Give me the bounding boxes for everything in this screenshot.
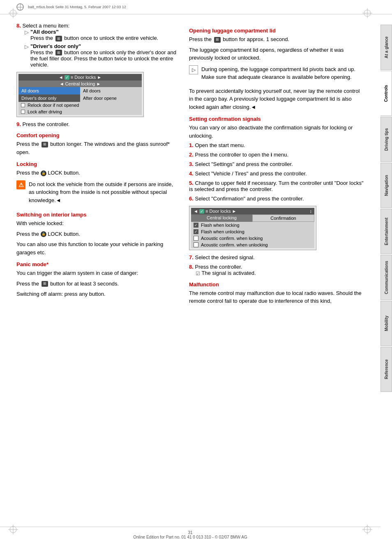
tab-driving-tips[interactable]: Driving tips [380, 117, 392, 162]
check-acoustic-unlocking: Acoustic confirm. when unlocking [191, 242, 314, 248]
conf-step-4-text: Select "Vehicle / Tires" and press the c… [195, 170, 307, 177]
checkbox-acoustic-locking [194, 236, 198, 241]
check-flash-locking-label: Flash when locking [201, 223, 240, 228]
mockup-checkbox-lock-after [21, 110, 25, 114]
mockup-col-all-doors: All doors [18, 87, 80, 94]
main-content: 8. Select a menu item: ▷ "All doors" Pre… [0, 14, 380, 316]
panic-mode-title: Panic mode* [16, 261, 177, 267]
check-flash-locking: ✓ Flash when locking [191, 222, 314, 228]
locking-text1: Press the 🔒 LOCK button. [16, 169, 177, 177]
tab-navigation[interactable]: Navigation [380, 163, 392, 208]
conf-step-1: 1. Open the start menu. [189, 142, 364, 148]
checkbox-flash-locking: ✓ [194, 223, 198, 228]
signal-activated-text: ☑ The signal is activated. [196, 270, 256, 276]
check-acoustic-locking-label: Acoustic confirm. when locking [201, 236, 263, 241]
panic-mode-text3: Switching off alarm: press any button. [16, 290, 177, 298]
mockup-col-drivers-door: Driver's door only [18, 94, 80, 102]
item-8-num: 8. [16, 23, 21, 29]
switching-lamps-text2: Press the 🔒 LOCK button. [16, 230, 177, 238]
check-flash-unlocking: ✓ Flash when unlocking [191, 228, 314, 235]
conf-step-7-num: 7. [189, 254, 194, 260]
left-column: 8. Select a menu item: ▷ "All doors" Pre… [16, 23, 177, 308]
conf-step-6-text: Select "Confirmation" and press the cont… [195, 196, 304, 202]
mockup-sub-text-1: ◄ Central locking ► [60, 81, 101, 86]
mockup2-header: ◄ ✓ ≡ Door locks ► ↕ [191, 208, 314, 214]
remote-icon-2 [55, 50, 62, 55]
mockup2-header-right: ↕ [310, 209, 312, 214]
remote-icon-1 [55, 36, 62, 41]
lock-icon-inline: 🔒 [41, 170, 46, 176]
setting-confirmation-text1: You can vary or also deactivate the conf… [189, 124, 364, 140]
warning-box: ⚠ Do not lock the vehicle from the outsi… [16, 180, 177, 207]
switching-lamps-text1: With vehicle locked: [16, 219, 177, 228]
mockup-col-after-door: After door opene [80, 94, 142, 102]
mockup-lock-after-label: Lock after driving [28, 109, 62, 114]
conf-step-7: 7. Select the desired signal. [189, 254, 364, 260]
conf-step-1-text: Open the start menu. [195, 142, 245, 148]
conf-step-4-num: 4. [189, 170, 194, 177]
side-tabs: At a glance Controls Driving tips Naviga… [380, 25, 392, 392]
panic-mode-text1: You can trigger the alarm system in case… [16, 269, 177, 277]
conf-step-5-text: Change to upper field if necessary. Turn… [189, 180, 364, 192]
conf-step-2-text: Press the controller to open the i menu. [195, 152, 288, 158]
switching-lamps-title: Switching on interior lamps [16, 212, 177, 218]
page-footer: 31 Online Edition for Part no. 01 41 0 0… [0, 527, 380, 543]
mockup-sub-1: ◄ Central locking ► [18, 81, 142, 87]
malfunction-title: Malfunction [189, 281, 364, 288]
corner-top-right [362, 8, 372, 18]
tab-controls[interactable]: Controls [380, 71, 392, 116]
note-box: ▷ During opening, the luggage compartmen… [189, 65, 364, 84]
subitem-drivers-label: "Driver's door only" [30, 43, 81, 49]
tab-entertainment[interactable]: Entertainment [380, 209, 392, 254]
opening-lid-text1: Press the button for approx. 1 second. [189, 35, 364, 44]
tab-central-locking: Central locking [191, 214, 252, 222]
lock-circle-2: 🔒 [41, 231, 46, 237]
ui-mockup-confirmation: ◄ ✓ ≡ Door locks ► ↕ Central locking Con… [189, 206, 316, 250]
item-8: 8. Select a menu item: ▷ "All doors" Pre… [16, 23, 177, 68]
right-column: Opening luggage compartment lid Press th… [189, 23, 364, 308]
corner-top-left [8, 8, 18, 18]
subitem-all-doors-label: "All doors" [30, 29, 59, 35]
switching-lamps-text3: You can also use this function to locate… [16, 240, 177, 256]
lock-circle: 🔒 [41, 170, 46, 176]
mockup-relock-label: Relock door if not opened [28, 103, 79, 108]
item-9-text: Press the controller. [22, 121, 69, 127]
mockup-relock-row: Relock door if not opened [18, 102, 142, 108]
mockup-col-all-doors-right: All doors [80, 87, 142, 94]
comfort-opening-title: Comfort opening [16, 132, 177, 138]
note-text: During opening, the luggage compartment … [201, 65, 364, 81]
panic-mode-text2: Press the button for at least 3 seconds. [16, 280, 177, 288]
opening-lid-title: Opening luggage compartment lid [189, 28, 364, 34]
item-9-num: 9. [16, 121, 21, 127]
tab-mobility[interactable]: Mobility [380, 301, 392, 346]
tab-at-a-glance[interactable]: At a glance [380, 25, 392, 70]
lock-icon-inline-2: 🔒 [41, 231, 46, 237]
tab-communications[interactable]: Communications [380, 255, 392, 300]
opening-lid-text2: The luggage compartment lid opens, regar… [189, 46, 364, 62]
header-file-info: ba8_m5us.book Seite 31 Montag, 5. Februa… [28, 5, 126, 9]
subitem-drivers-desc: Press the button once to unlock only the… [30, 49, 176, 68]
mockup-body-1: All doors All doors Driver's door only A… [18, 87, 142, 115]
setting-confirmation-title: Setting confirmation signals [189, 116, 364, 122]
check-flash-unlocking-label: Flash when unlocking [201, 229, 244, 234]
conf-step-2: 2. Press the controller to open the i me… [189, 152, 364, 158]
warning-text: Do not lock the vehicle from the outside… [29, 180, 177, 205]
check-acoustic-locking: Acoustic confirm. when locking [191, 235, 314, 242]
warning-icon: ⚠ [16, 180, 25, 189]
page-header: ba8_m5us.book Seite 31 Montag, 5. Februa… [0, 0, 392, 14]
mockup-menu-row-1: All doors All doors [18, 87, 142, 94]
opening-lid-text3: To prevent accidentally locking yourself… [189, 87, 364, 111]
footer-text: Online Edition for Part no. 01 41 0 013 … [133, 535, 247, 539]
remote-icon-5 [214, 37, 221, 43]
subitem-drivers-door: ▷ "Driver's door only" Press the button … [25, 43, 177, 68]
conf-step-7-text: Select the desired signal. [195, 254, 254, 260]
tab-reference[interactable]: Reference [380, 347, 392, 392]
item-8-text: Select a menu item: [22, 23, 69, 29]
check-acoustic-unlocking-label: Acoustic confirm. when unlocking [201, 242, 268, 247]
mockup-header-1: ◄ ✓ ≡ Door locks ► [18, 74, 142, 81]
arrow-icon-2: ▷ [25, 44, 29, 50]
mockup2-tabs: Central locking Confirmation [191, 214, 314, 222]
conf-step-8: 8. Press the controller. ☑ The signal is… [189, 264, 364, 276]
conf-step-8-num: 8. [189, 264, 194, 270]
conf-step-3-text: Select "Settings" and press the controll… [195, 161, 293, 167]
